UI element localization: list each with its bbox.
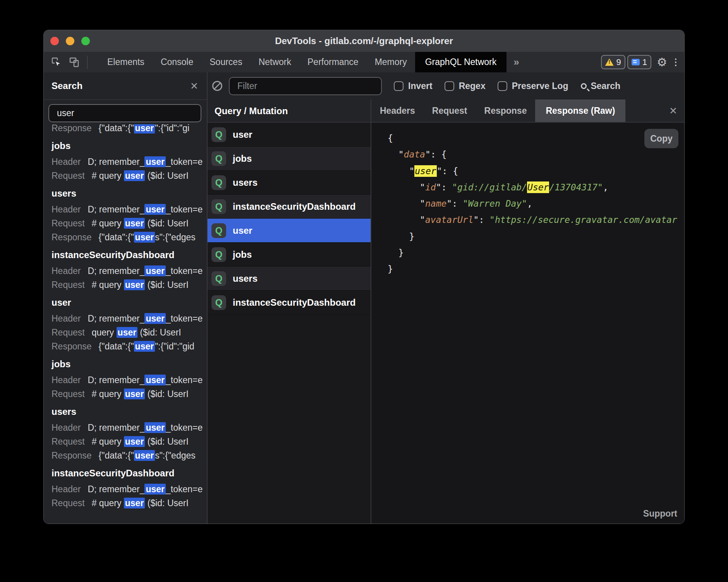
devtools-tab-bar: ElementsConsoleSourcesNetworkPerformance… [44, 52, 684, 72]
detail-tab-response-raw[interactable]: Response (Raw) [535, 99, 625, 122]
device-toolbar-icon[interactable] [69, 56, 80, 68]
search-result-section-users[interactable]: users [52, 187, 207, 200]
search-result-section-instancesecuritydashboard[interactable]: instanceSecurityDashboard [52, 248, 207, 262]
support-link[interactable]: Support [643, 508, 677, 519]
devtools-tab-graphql-network[interactable]: GraphQL Network [415, 52, 507, 72]
devtools-tab-elements[interactable]: Elements [99, 52, 153, 72]
inspect-element-icon[interactable] [51, 56, 62, 68]
search-match-highlight: user [144, 313, 166, 324]
search-result-section-instancesecuritydashboard[interactable]: instanceSecurityDashboard [52, 466, 207, 480]
title-bar[interactable]: DevTools - gitlab.com/-/graphql-explorer [44, 30, 684, 52]
filter-option-preserve-log[interactable]: Preserve Log [498, 81, 568, 91]
search-result-line[interactable]: Request# query user ($id: UserI [52, 496, 207, 510]
search-match-highlight: user [124, 498, 145, 508]
result-text: ($id: UserI [145, 280, 188, 290]
search-result-line[interactable]: Request# query user ($id: UserI [52, 387, 207, 401]
clear-log-icon[interactable] [212, 81, 222, 91]
warnings-badge[interactable]: 9 [601, 55, 625, 69]
more-tabs-chevron-icon[interactable]: » [507, 56, 526, 68]
filter-option-invert[interactable]: Invert [394, 81, 433, 91]
search-result-line[interactable]: HeaderD; remember_user_token=e [52, 155, 207, 169]
close-search-panel-icon[interactable]: ✕ [190, 80, 198, 92]
search-result-section-user[interactable]: user [52, 296, 207, 310]
middle-panel-divider[interactable] [371, 99, 371, 524]
minimize-window-button[interactable] [66, 37, 74, 45]
detail-tab-request[interactable]: Request [424, 99, 476, 122]
query-list-item-user[interactable]: Quser [208, 123, 371, 147]
search-result-line[interactable]: HeaderD; remember_user_token=e [52, 421, 207, 435]
json-string: "gid://gitlab/ [452, 182, 527, 192]
search-result-line[interactable]: Request# query user ($id: UserI [52, 278, 207, 292]
json-key: data [404, 149, 425, 159]
query-list-item-jobs[interactable]: Qjobs [208, 243, 371, 267]
search-result-line[interactable]: HeaderD; remember_user_token=e [52, 202, 207, 216]
search-result-line[interactable]: HeaderD; remember_user_token=e [52, 264, 207, 278]
query-list-item-instancesecuritydashboard[interactable]: QinstanceSecurityDashboard [208, 291, 371, 315]
result-text: D; remember_ [88, 313, 144, 324]
devtools-tab-performance[interactable]: Performance [299, 52, 367, 72]
invert-label: Invert [408, 81, 433, 91]
devtools-tab-network[interactable]: Network [251, 52, 299, 72]
search-result-line[interactable]: Requestquery user ($id: UserI [52, 325, 207, 339]
search-result-line[interactable]: Response{"data":{"user":{"id":"gid [52, 339, 207, 353]
filter-input[interactable] [229, 77, 382, 95]
json-punctuation: { [388, 133, 393, 143]
search-match-highlight: user [134, 232, 155, 243]
toolbar-search[interactable]: Search [581, 81, 620, 91]
result-text: _token=e [166, 266, 203, 276]
result-field-label: Header [52, 423, 81, 433]
zoom-window-button[interactable] [81, 37, 90, 45]
detail-tab-response[interactable]: Response [476, 99, 536, 122]
search-input[interactable] [48, 104, 201, 122]
result-field-label: Header [52, 204, 81, 214]
preserve-log-checkbox[interactable] [498, 81, 507, 91]
close-window-button[interactable] [50, 37, 59, 45]
search-result-section-jobs[interactable]: jobs [52, 357, 207, 371]
devtools-tab-memory[interactable]: Memory [367, 52, 415, 72]
search-results[interactable]: Response{"data":{"user":{"id":"gijobsHea… [44, 124, 207, 524]
left-panel-divider[interactable] [207, 72, 208, 524]
search-result-line[interactable]: Request# query user ($id: UserI [52, 435, 207, 448]
search-result-section-users[interactable]: users [52, 405, 207, 419]
result-text: ":{"id":"gi [155, 124, 189, 133]
result-text: # query [92, 498, 124, 508]
search-result-line[interactable]: Request# query user ($id: UserI [52, 169, 207, 183]
search-result-section-jobs[interactable]: jobs [52, 139, 207, 153]
search-result-line[interactable]: Response{"data":{"users":{"edges [52, 448, 207, 462]
result-field-label: Header [52, 266, 81, 276]
settings-gear-icon[interactable]: ⚙ [657, 56, 667, 68]
search-icon [581, 83, 587, 89]
raw-json-viewer[interactable]: { "data": { "user": { "id": "gid://gitla… [388, 130, 684, 277]
result-field-label: Header [52, 375, 81, 385]
query-type-icon: Q [211, 127, 226, 142]
filter-option-regex[interactable]: Regex [445, 81, 486, 91]
devtools-tab-console[interactable]: Console [153, 52, 201, 72]
search-result-line[interactable]: Response{"data":{"users":{"edges [52, 230, 207, 244]
query-list-item-users[interactable]: Qusers [208, 267, 371, 291]
detail-tab-headers[interactable]: Headers [371, 99, 424, 122]
query-list-item-jobs[interactable]: Qjobs [208, 147, 371, 171]
result-field-label: Response [52, 450, 92, 460]
search-result-line[interactable]: Response{"data":{"user":{"id":"gi [52, 124, 207, 135]
json-line: "name": "Warren Day", [388, 195, 684, 212]
json-string: "Warren Day" [463, 199, 527, 209]
close-detail-icon[interactable]: ✕ [669, 105, 677, 116]
query-list-item-instancesecuritydashboard[interactable]: QinstanceSecurityDashboard [208, 195, 371, 219]
toolbar-separator [87, 56, 88, 69]
issues-badge[interactable]: 1 [627, 55, 651, 69]
query-list-item-user[interactable]: Quser [208, 219, 371, 243]
json-punctuation: ": { [437, 166, 458, 176]
devtools-tab-sources[interactable]: Sources [201, 52, 250, 72]
json-punctuation: " [388, 166, 414, 176]
search-result-line[interactable]: Request# query user ($id: UserI [52, 216, 207, 230]
regex-checkbox[interactable] [445, 81, 454, 91]
search-result-line[interactable]: HeaderD; remember_user_token=e [52, 373, 207, 387]
query-list-item-users[interactable]: Qusers [208, 171, 371, 195]
more-options-icon[interactable] [673, 58, 679, 66]
invert-checkbox[interactable] [394, 81, 403, 91]
search-match-highlight: user [144, 484, 166, 495]
search-result-line[interactable]: HeaderD; remember_user_token=e [52, 482, 207, 496]
search-result-line[interactable]: HeaderD; remember_user_token=e [52, 312, 207, 325]
json-line: "data": { [388, 146, 684, 163]
json-string: /13704317" [549, 182, 603, 192]
